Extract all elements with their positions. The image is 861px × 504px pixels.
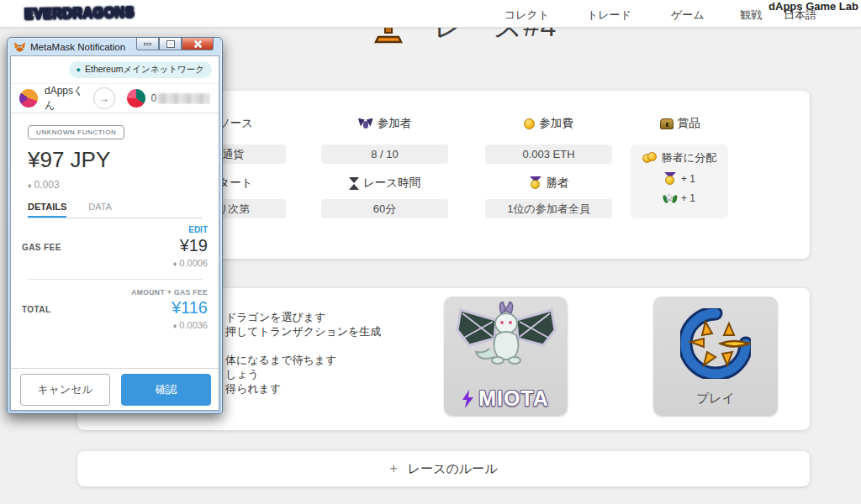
function-badge: UNKNOWN FUNCTION bbox=[28, 125, 124, 139]
dragon-name-label: MIOTA bbox=[444, 386, 568, 411]
instruction-line: 得られます bbox=[225, 381, 381, 396]
entry-fee-value: 0.003 ETH bbox=[485, 144, 612, 164]
close-icon bbox=[193, 39, 202, 48]
entry-fee-label: 参加費 bbox=[485, 117, 612, 130]
play-spinner-icon bbox=[680, 308, 751, 379]
total-eth: ♦0.0036 bbox=[172, 320, 208, 330]
to-account-text: 0 bbox=[151, 92, 157, 104]
total-row: TOTAL ¥116 ♦0.0036 bbox=[22, 298, 208, 330]
nav-spectate[interactable]: 観戦 bbox=[740, 8, 762, 23]
blurred-address bbox=[157, 93, 210, 104]
prize-card: 勝者に分配 + 1 ★ + 1 bbox=[631, 144, 728, 218]
maximize-button[interactable] bbox=[159, 38, 182, 50]
minimize-icon bbox=[144, 43, 151, 45]
arrow-icon: → bbox=[93, 87, 115, 109]
race-time-label: レース時間 bbox=[321, 176, 448, 190]
hourglass-icon bbox=[349, 177, 359, 190]
detail-tabs: DETAILS DATA bbox=[28, 202, 202, 218]
edit-gas-link[interactable]: EDIT bbox=[22, 225, 208, 234]
eth-diamond-icon: ♦ bbox=[173, 322, 177, 330]
race-rules-toggle[interactable]: + レースのルール bbox=[77, 451, 810, 486]
gas-fee-label: GAS FEE bbox=[22, 236, 61, 268]
plus-icon: + bbox=[389, 461, 397, 476]
prize-label: 賞品 bbox=[616, 117, 743, 130]
total-fiat: ¥116 bbox=[172, 298, 208, 318]
race-time-value: 60分 bbox=[321, 199, 448, 218]
minimize-button[interactable] bbox=[136, 38, 159, 50]
coin-icon bbox=[524, 118, 535, 129]
gas-fee-eth: ♦0.0006 bbox=[173, 258, 208, 268]
dapps-game-lab-label: dApps Game Lab bbox=[769, 0, 858, 13]
metamask-footer: キャンセル 確認 bbox=[11, 368, 219, 410]
accounts-row: dAppsくん → 0 bbox=[11, 84, 219, 113]
eth-diamond-icon: ♦ bbox=[28, 181, 32, 190]
play-label: プレイ bbox=[653, 391, 778, 407]
participants-label: 参加者 bbox=[321, 117, 448, 130]
amount-fiat: ¥97 JPY bbox=[28, 147, 202, 173]
tab-details[interactable]: DETAILS bbox=[28, 202, 66, 218]
instruction-line: 体になるまで待ちます bbox=[225, 353, 381, 367]
network-badge[interactable]: ● Ethereumメインネットワーク bbox=[69, 61, 212, 78]
everdragons-logo[interactable]: EVERDRAGONS bbox=[23, 2, 136, 25]
from-avatar bbox=[19, 89, 38, 108]
to-avatar bbox=[127, 89, 145, 108]
gas-fee-row: GAS FEE ¥19 ♦0.0006 bbox=[22, 236, 208, 268]
total-label: TOTAL bbox=[22, 298, 50, 330]
metamask-fox-icon bbox=[14, 42, 25, 52]
from-account-name: dAppsくん bbox=[45, 84, 93, 113]
silver-star-icon: ★ bbox=[663, 192, 677, 205]
tx-summary: UNKNOWN FUNCTION ¥97 JPY ♦0.003 DETAILS … bbox=[11, 113, 219, 218]
medal-icon bbox=[529, 176, 542, 190]
eth-diamond-icon: ♦ bbox=[173, 260, 177, 268]
play-button-card[interactable]: プレイ bbox=[653, 297, 778, 416]
nav-trade[interactable]: トレード bbox=[587, 8, 631, 23]
nav-collect[interactable]: コレクト bbox=[504, 8, 549, 23]
metamask-content: ● Ethereumメインネットワーク dAppsくん → 0 UNKNOWN … bbox=[10, 55, 219, 411]
winner-value: 1位の参加者全員 bbox=[485, 199, 612, 218]
tab-data[interactable]: DATA bbox=[88, 202, 112, 218]
cancel-button[interactable]: キャンセル bbox=[20, 374, 110, 406]
instruction-line: しょう bbox=[225, 367, 381, 381]
instruction-line: ドラゴンを選びます bbox=[225, 310, 381, 324]
gas-fee-fiat: ¥19 bbox=[173, 236, 208, 255]
network-row: ● Ethereumメインネットワーク bbox=[11, 56, 219, 84]
participants-value: 8 / 10 bbox=[321, 144, 448, 164]
metamask-window: MetaMask Notification ● Ethereumメインネットワー… bbox=[7, 37, 223, 414]
prize-reward-row: + 1 bbox=[631, 172, 728, 186]
to-account: 0 bbox=[151, 92, 210, 104]
lightning-icon bbox=[462, 390, 473, 408]
nav-game[interactable]: ゲーム bbox=[671, 8, 705, 23]
dragon-image bbox=[456, 302, 557, 382]
tx-details: EDIT GAS FEE ¥19 ♦0.0006 AMOUNT + GAS FE… bbox=[11, 218, 219, 330]
window-controls bbox=[136, 38, 214, 50]
metamask-titlebar[interactable]: MetaMask Notification bbox=[8, 38, 222, 55]
maximize-icon bbox=[167, 41, 174, 47]
instruction-line: 押してトランザクションを生成 bbox=[225, 324, 381, 339]
window-title: MetaMask Notification bbox=[30, 42, 125, 52]
prize-share-row: 勝者に分配 bbox=[631, 150, 728, 165]
amount-eth: ♦0.003 bbox=[28, 179, 202, 191]
gold-medal-icon bbox=[663, 172, 677, 186]
coins-icon bbox=[642, 152, 658, 164]
instruction-line bbox=[225, 339, 381, 353]
chest-icon bbox=[660, 118, 673, 129]
top-header: EVERDRAGONS コレクト トレード ゲーム 観戦 日本語 dApps G… bbox=[0, 0, 861, 28]
confirm-button[interactable]: 確認 bbox=[121, 374, 211, 406]
network-dot-icon: ● bbox=[77, 66, 81, 74]
selected-dragon-card[interactable]: MIOTA bbox=[444, 297, 568, 416]
close-button[interactable] bbox=[182, 38, 214, 50]
subtotal-caption: AMOUNT + GAS FEE bbox=[22, 288, 208, 297]
prize-reward-row: ★ + 1 bbox=[631, 192, 728, 205]
instructions: ドラゴンを選びます 押してトランザクションを生成 体になるまで待ちます しょう … bbox=[225, 310, 381, 396]
dragon-icon bbox=[358, 118, 373, 129]
divider bbox=[28, 279, 202, 280]
winner-label: 勝者 bbox=[485, 176, 612, 190]
